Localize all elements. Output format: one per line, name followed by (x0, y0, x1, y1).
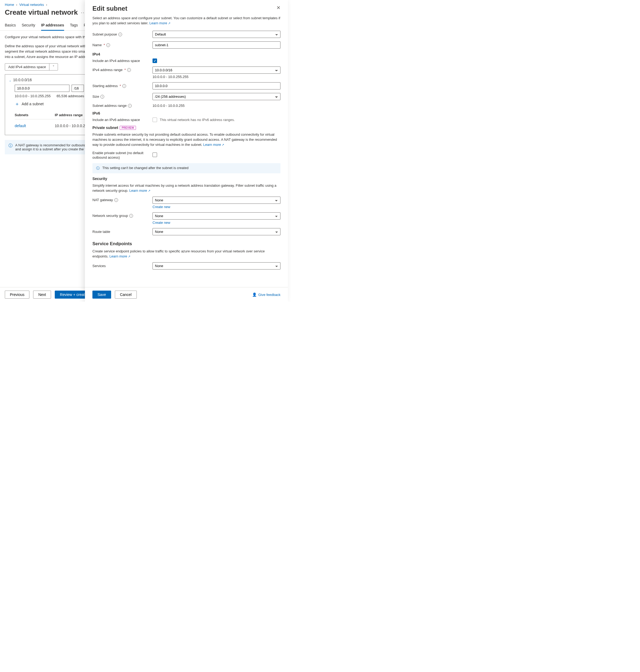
security-desc: Simplify internet access for virtual mac… (92, 183, 280, 193)
info-icon[interactable]: i (100, 95, 104, 99)
ipv4-range-helper: 10.0.0.0 - 10.0.255.255 (152, 75, 280, 79)
col-ip-range: IP address range (55, 113, 83, 117)
next-button[interactable]: Next (33, 291, 51, 298)
info-icon[interactable]: i (127, 68, 131, 72)
security-heading: Security (92, 177, 280, 181)
col-subnets: Subnets (15, 113, 55, 117)
panel-learn-more-link[interactable]: Learn more (149, 21, 170, 25)
nsg-select[interactable]: None (152, 212, 280, 220)
services-label: Services (92, 264, 106, 268)
private-learn-more-link[interactable]: Learn more (203, 143, 224, 147)
edit-subnet-panel: Edit subnet ✕ Select an address space an… (85, 0, 288, 302)
preview-badge: PREVIEW (120, 126, 136, 130)
private-info-box: ⓘ This setting can't be changed after th… (92, 163, 280, 173)
subnet-range-label: Subnet address range (92, 104, 127, 108)
tab-basics[interactable]: Basics (5, 20, 16, 30)
subnet-range: 10.0.0.0 - 10.0.0.255 (55, 124, 89, 128)
security-learn-more-link[interactable]: Learn more (129, 189, 150, 193)
enable-private-checkbox[interactable] (152, 152, 157, 157)
close-icon[interactable]: ✕ (276, 5, 280, 11)
ipv6-heading: IPv6 (92, 111, 280, 115)
panel-title: Edit subnet (92, 5, 127, 12)
ipv6-note: This virtual network has no IPv6 address… (160, 118, 235, 122)
save-button[interactable]: Save (92, 291, 111, 298)
service-endpoints-desc: Create service endpoint policies to allo… (92, 249, 280, 259)
private-subnet-desc: Private subnets enhance security by not … (92, 132, 280, 147)
tab-tags[interactable]: Tags (70, 20, 78, 30)
info-icon[interactable]: i (114, 198, 118, 202)
give-feedback-link[interactable]: 👤 Give feedback (252, 292, 280, 297)
info-icon: ⓘ (9, 143, 13, 151)
route-table-label: Route table (92, 230, 110, 234)
breadcrumb-home[interactable]: Home (5, 3, 14, 7)
ipv4-range-select[interactable]: 10.0.0.0/16 (152, 67, 280, 74)
size-select[interactable]: /24 (256 addresses) (152, 93, 280, 100)
services-select[interactable]: None (152, 262, 280, 269)
panel-intro: Select an address space and configure yo… (92, 15, 280, 26)
nsg-create-new-link[interactable]: Create new (152, 221, 280, 224)
route-table-select[interactable]: None (152, 228, 280, 235)
info-icon[interactable]: i (128, 104, 132, 108)
cancel-button[interactable]: Cancel (115, 291, 137, 298)
nat-gateway-select[interactable]: None (152, 196, 280, 204)
name-label: Name (92, 43, 102, 47)
info-icon[interactable]: i (122, 84, 126, 88)
tab-ip-addresses[interactable]: IP addresses (41, 20, 64, 31)
add-ipv4-space-button[interactable]: Add IPv4 address space ˅ (5, 63, 58, 71)
enable-private-label: Enable private subnet (no default outbou… (92, 151, 152, 160)
panel-footer: Save Cancel 👤 Give feedback (85, 287, 288, 302)
info-icon[interactable]: i (129, 214, 133, 218)
info-icon[interactable]: i (106, 43, 110, 47)
address-count: 65,536 addresses (57, 94, 84, 98)
plus-icon: ＋ (15, 101, 19, 107)
ipv4-range-label: IPv4 address range (92, 68, 122, 72)
private-subnet-heading: Private subnetPREVIEW (92, 126, 280, 130)
address-input[interactable] (15, 85, 70, 92)
service-endpoints-heading: Service Endpoints (92, 241, 280, 247)
nat-create-new-link[interactable]: Create new (152, 205, 280, 209)
nsg-label: Network security group (92, 214, 128, 218)
feedback-icon: 👤 (252, 292, 257, 297)
page-title: Create virtual network (5, 8, 78, 17)
address-range: 10.0.0.0 - 10.0.255.255 (15, 94, 50, 98)
starting-address-label: Starting address (92, 84, 118, 88)
add-ipv4-space-main[interactable]: Add IPv4 address space (5, 63, 49, 70)
include-ipv4-checkbox[interactable] (152, 58, 157, 63)
starting-address-input[interactable] (152, 82, 280, 89)
include-ipv6-label: Include an IPv6 address space (92, 118, 140, 122)
tab-security[interactable]: Security (21, 20, 35, 30)
subnet-link-default[interactable]: default (15, 124, 55, 128)
nat-gateway-label: NAT gateway (92, 198, 113, 202)
endpoints-learn-more-link[interactable]: Learn more (110, 254, 130, 258)
chevron-down-icon[interactable]: ˅ (49, 63, 58, 70)
info-icon: ⓘ (96, 166, 100, 171)
size-label: Size (92, 94, 99, 99)
address-space-cidr: 10.0.0.0/16 (13, 78, 32, 82)
breadcrumb-vnets[interactable]: Virtual networks (19, 3, 44, 7)
subnet-purpose-label: Subnet purpose (92, 32, 117, 36)
include-ipv4-label: Include an IPv4 address space (92, 59, 140, 63)
previous-button[interactable]: Previous (5, 291, 29, 298)
ipv4-heading: IPv4 (92, 52, 280, 56)
mask-select[interactable] (72, 85, 84, 92)
subnet-range-value: 10.0.0.0 - 10.0.0.255 (152, 104, 185, 108)
chevron-up-icon[interactable]: ˅ (9, 78, 11, 82)
info-icon[interactable]: i (118, 33, 122, 36)
subnet-purpose-select[interactable]: Default (152, 31, 280, 38)
include-ipv6-checkbox (152, 118, 157, 122)
name-input[interactable] (152, 41, 280, 49)
